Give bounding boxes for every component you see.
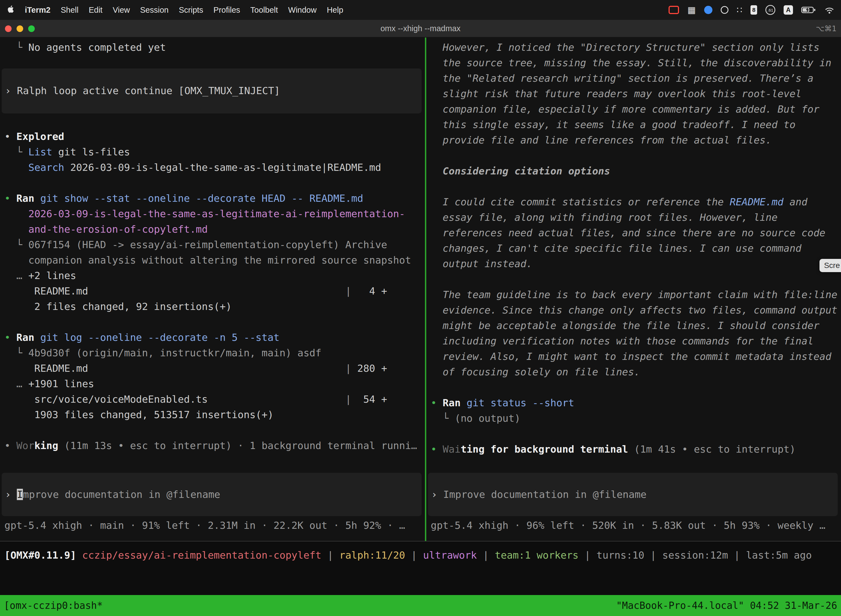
terminal-line xyxy=(426,179,841,194)
terminal-line: might be acceptable alongside the file l… xyxy=(426,318,841,333)
model-status-right-text: gpt-5.4 xhigh · 96% left · 520K in · 5.8… xyxy=(426,518,841,533)
terminal-pane-left[interactable]: └ No agents completed yet› Ralph loop ac… xyxy=(0,38,425,541)
terminal-line: • Ran git status --short xyxy=(426,395,841,411)
terminal-line xyxy=(0,175,425,191)
terminal-output-left: └ No agents completed yet› Ralph loop ac… xyxy=(0,40,425,453)
omx-status-line: [OMX#0.11.9] cczip/essay/ai-reimplementa… xyxy=(0,547,841,563)
terminal-line: companion file, especially if more comme… xyxy=(426,101,841,117)
terminal-line: evidence. Since this change only affects… xyxy=(426,302,841,318)
input-source-icon[interactable]: A xyxy=(784,5,793,15)
minimize-button[interactable] xyxy=(16,25,23,32)
prompt-input-left-text: › Improve documentation in @filename xyxy=(5,487,220,502)
terminal-line: this single essay, it seems like a good … xyxy=(426,117,841,132)
terminal-line: └ List git ls-files xyxy=(0,144,425,160)
terminal-line xyxy=(426,271,841,287)
apple-menu[interactable] xyxy=(7,5,15,15)
terminal-line: └ (no output) xyxy=(426,411,841,426)
terminal-line: … +2 lines xyxy=(0,268,425,283)
prompt-input-right[interactable]: › Improve documentation in @filename xyxy=(428,473,838,516)
terminal-line: • Explored xyxy=(0,129,425,144)
terminal-line: … +1901 lines xyxy=(0,376,425,392)
prompt-input-left[interactable]: › Improve documentation in @filename xyxy=(1,473,422,516)
window-title-bar: omx --xhigh --madmax ⌥⌘1 xyxy=(0,20,841,38)
menu-item[interactable]: Toolbelt xyxy=(250,6,278,15)
terminal-line: However, I noticed the "Directory Struct… xyxy=(426,40,841,55)
screen: iTerm2 ShellEditViewSessionScriptsProfil… xyxy=(0,0,841,616)
window-title: omx --xhigh --madmax xyxy=(381,24,460,33)
menu-item[interactable]: Scripts xyxy=(179,6,203,15)
terminal-line: Considering citation options xyxy=(426,163,841,179)
menu-item[interactable]: Edit xyxy=(89,6,103,15)
terminal-line: 2 files changed, 92 insertions(+) xyxy=(0,299,425,314)
terminal-line: README.md | 280 + xyxy=(0,361,425,376)
blue-app-icon[interactable] xyxy=(704,6,712,14)
terminal-output-right: However, I noticed the "Directory Struct… xyxy=(426,40,841,457)
terminal-line: including verification notes with those … xyxy=(426,333,841,349)
terminal-line: src/voice/voiceModeEnabled.ts | 54 + xyxy=(0,392,425,407)
terminal-line: and-the-erosion-of-copyleft.md xyxy=(0,221,425,237)
tab-shortcut-hint: ⌥⌘1 xyxy=(816,24,837,33)
terminal-line xyxy=(426,426,841,441)
window-grid-icon[interactable]: ▦ xyxy=(687,5,696,15)
terminal-line xyxy=(0,422,425,438)
tmux-host-clock: "MacBook-Pro-44.local" 04:52 31-Mar-26 xyxy=(616,600,837,611)
terminal-line: • Waiting for background terminal (1m 41… xyxy=(426,441,841,457)
menu-status-icons: ▦ ∷ 8 .61 A xyxy=(668,5,834,15)
terminal-line: changes, I can't cite specific file line… xyxy=(426,241,841,256)
terminal-line: output instead. xyxy=(426,256,841,271)
close-button[interactable] xyxy=(5,25,12,32)
notification-sliver[interactable]: Scre xyxy=(819,259,841,272)
terminal-line: Search 2026-03-09-is-legal-the-same-as-l… xyxy=(0,160,425,175)
queued-prompt-box[interactable]: › Ralph loop active continue [OMX_TMUX_I… xyxy=(1,69,422,113)
model-status-left: gpt-5.4 xhigh · main · 91% left · 2.31M … xyxy=(0,518,425,533)
terminal-line: 1903 files changed, 513517 insertions(+) xyxy=(0,407,425,422)
terminal-line: • Working (11m 13s • esc to interrupt) ·… xyxy=(0,438,425,453)
battery-icon[interactable] xyxy=(801,6,816,13)
terminal-line: references need actual files, and since … xyxy=(426,225,841,241)
menu-items: ShellEditViewSessionScriptsProfilesToolb… xyxy=(61,6,343,15)
menu-bar: iTerm2 ShellEditViewSessionScriptsProfil… xyxy=(0,0,841,20)
tmux-session-window: [omx-cczip0:bash* xyxy=(4,600,103,611)
terminal-pane-right[interactable]: However, I noticed the "Directory Struct… xyxy=(426,38,841,541)
terminal-line: I could cite commit statistics or refere… xyxy=(426,194,841,210)
menu-item[interactable]: Session xyxy=(140,6,168,15)
menu-item[interactable]: Help xyxy=(327,6,343,15)
terminal-line: review. Also, I might want to inspect th… xyxy=(426,349,841,364)
terminal-line xyxy=(426,148,841,163)
terminal-line xyxy=(0,314,425,330)
model-status-right: gpt-5.4 xhigh · 96% left · 520K in · 5.8… xyxy=(426,518,841,533)
battery-circle-icon[interactable]: .61 xyxy=(765,5,775,15)
terminal-line: └ No agents completed yet xyxy=(0,40,425,55)
terminal-line xyxy=(426,380,841,395)
apps-grid-icon[interactable]: ∷ xyxy=(737,5,742,15)
terminal-line: companion analysis without altering the … xyxy=(0,252,425,268)
dark-app-icon[interactable] xyxy=(721,6,728,14)
pane-bottom-separator xyxy=(0,541,841,541)
model-status-left-text: gpt-5.4 xhigh · main · 91% left · 2.31M … xyxy=(0,518,425,533)
menu-item[interactable]: Window xyxy=(288,6,316,15)
queued-prompt-line: › Ralph loop active continue [OMX_TMUX_I… xyxy=(5,83,422,98)
traffic-lights xyxy=(5,20,35,38)
terminal-line: essay file, along with finding root file… xyxy=(426,210,841,225)
terminal-line: slight risk that future readers may over… xyxy=(426,86,841,101)
terminal-line: 2026-03-09-is-legal-the-same-as-legitima… xyxy=(0,206,425,221)
tmux-status-bar: [omx-cczip0:bash* "MacBook-Pro-44.local"… xyxy=(0,595,841,616)
wifi-icon[interactable] xyxy=(825,6,834,14)
menu-item-app-name[interactable]: iTerm2 xyxy=(25,6,50,15)
omx-status-text: [OMX#0.11.9] cczip/essay/ai-reimplementa… xyxy=(0,547,841,563)
terminal-line: the source tree, missing the essay. Stil… xyxy=(426,55,841,70)
menu-item[interactable]: View xyxy=(113,6,130,15)
domino-icon[interactable]: 8 xyxy=(750,5,757,15)
menu-item[interactable]: Profiles xyxy=(214,6,240,15)
terminal-line: the "Related research writing" section i… xyxy=(426,70,841,86)
screen-recording-indicator-icon[interactable] xyxy=(668,6,679,14)
terminal-panes: └ No agents completed yet› Ralph loop ac… xyxy=(0,38,841,541)
prompt-input-right-text: › Improve documentation in @filename xyxy=(431,487,646,502)
terminal-line: of focusing solely on file lines. xyxy=(426,364,841,380)
zoom-button[interactable] xyxy=(28,25,35,32)
terminal-line: README.md | 4 + xyxy=(0,283,425,299)
terminal-line: • Ran git show --stat --oneline --decora… xyxy=(0,191,425,206)
terminal-line: └ 067f154 (HEAD -> essay/ai-reimplementa… xyxy=(0,237,425,252)
menu-item[interactable]: Shell xyxy=(61,6,79,15)
terminal-line: └ 4b9d30f (origin/main, instructkr/main,… xyxy=(0,345,425,361)
